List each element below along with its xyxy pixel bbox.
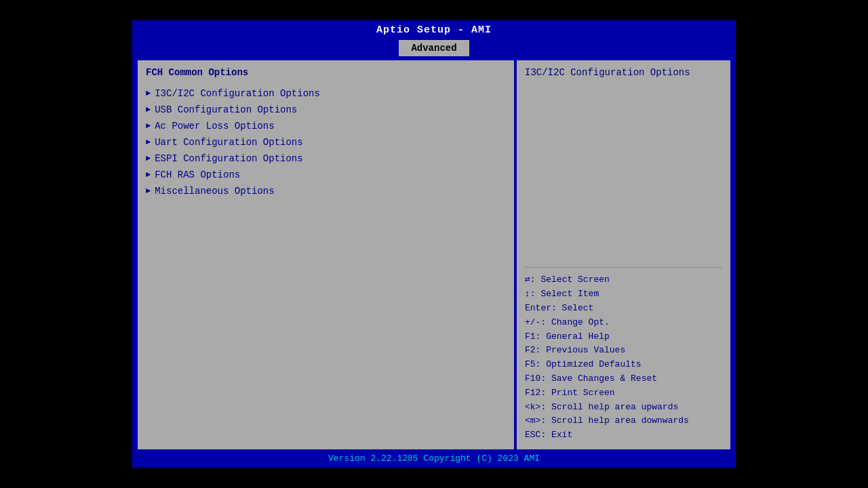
menu-item-usb[interactable]: ► USB Configuration Options <box>146 104 506 116</box>
help-change-opt: +/-: Change Opt. <box>525 316 722 330</box>
arrow-icon-espi: ► <box>146 154 151 163</box>
help-f2: F2: Previous Values <box>525 344 722 358</box>
left-panel-title: FCH Common Options <box>146 67 506 78</box>
menu-item-ac-power[interactable]: ► Ac Power Loss Options <box>146 120 506 132</box>
left-panel: FCH Common Options ► I3C/I2C Configurati… <box>138 60 514 449</box>
app-title: Aptio Setup - AMI <box>132 20 736 37</box>
arrow-icon-usb: ► <box>146 105 151 115</box>
arrow-icon-fch-ras: ► <box>146 170 151 180</box>
help-select-screen: ⇄: Select Screen <box>525 273 722 287</box>
arrow-icon-ac: ► <box>146 121 151 131</box>
help-esc: ESC: Exit <box>525 428 722 443</box>
menu-item-espi[interactable]: ► ESPI Configuration Options <box>146 152 506 165</box>
menu-item-i3c[interactable]: ► I3C/I2C Configuration Options <box>146 87 506 100</box>
arrow-icon-misc: ► <box>146 186 151 196</box>
help-select-item: ↕: Select Item <box>525 287 722 302</box>
help-m: <m>: Scroll help area downwards <box>525 414 722 428</box>
footer: Version 2.22.1285 Copyright (C) 2023 AMI <box>132 449 736 468</box>
menu-item-uart[interactable]: ► Uart Configuration Options <box>146 136 506 148</box>
right-panel-title: I3C/I2C Configuration Options <box>525 67 722 78</box>
arrow-icon-i3c: ► <box>146 89 151 98</box>
main-content: FCH Common Options ► I3C/I2C Configurati… <box>138 60 730 449</box>
tab-bar: Advanced <box>132 37 736 56</box>
help-f10: F10: Save Changes & Reset <box>525 372 722 386</box>
help-k: <k>: Scroll help area upwards <box>525 401 722 415</box>
menu-item-misc[interactable]: ► Miscellaneous Options <box>146 185 506 197</box>
help-enter: Enter: Select <box>525 302 722 316</box>
tab-advanced[interactable]: Advanced <box>399 40 469 56</box>
arrow-icon-uart: ► <box>146 138 151 147</box>
help-f12: F12: Print Screen <box>525 386 722 401</box>
help-section: ⇄: Select Screen ↕: Select Item Enter: S… <box>525 273 722 443</box>
help-divider <box>525 267 722 268</box>
help-f5: F5: Optimized Defaults <box>525 358 722 372</box>
bios-frame: Aptio Setup - AMI Advanced FCH Common Op… <box>132 20 736 468</box>
help-f1: F1: General Help <box>525 330 722 344</box>
menu-item-fch-ras[interactable]: ► FCH RAS Options <box>146 169 506 181</box>
right-panel: I3C/I2C Configuration Options ⇄: Select … <box>517 60 730 449</box>
